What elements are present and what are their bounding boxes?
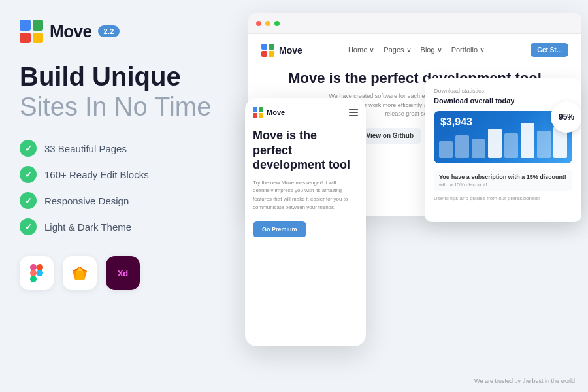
mobile-logo: Move (253, 107, 285, 118)
feature-item-4: Light & Dark Theme (20, 218, 229, 235)
features-list: 33 Beautiful Pages 160+ Ready Edit Block… (20, 140, 229, 235)
feature-item-2: 160+ Ready Edit Blocks (20, 166, 229, 183)
chart-bar-4 (488, 129, 502, 158)
trusted-text: We are trusted by the best in the world (474, 378, 575, 384)
chart-area: $3,943 95% (434, 111, 572, 163)
dot-green (274, 21, 280, 26)
notification-box: You have a subscription with a 15% disco… (434, 170, 572, 191)
svg-rect-1 (37, 264, 43, 270)
check-icon-2 (20, 166, 37, 183)
check-icon-1 (20, 140, 37, 157)
feature-label-1: 33 Beautiful Pages (44, 143, 127, 154)
right-panel: Move Home ∨ Pages ∨ Blog ∨ Portfolio ∨ G… (222, 0, 588, 392)
svg-rect-3 (37, 270, 43, 276)
bottom-stats-label: Useful tips and guides from our professi… (434, 195, 572, 201)
sketch-icon (63, 256, 97, 290)
nav-blog[interactable]: Blog ∨ (421, 46, 442, 54)
nav-pages[interactable]: Pages ∨ (384, 46, 411, 54)
headline: Build Unique Sites In No Time (20, 61, 229, 122)
nav-portfolio[interactable]: Portfolio ∨ (451, 46, 485, 54)
adobe-xd-icon: Xd (106, 256, 140, 290)
feature-item-1: 33 Beautiful Pages (20, 140, 229, 157)
logo-text: Move (50, 22, 91, 42)
mobile-hero-title: Move is the perfect development tool (253, 128, 358, 172)
svg-rect-2 (30, 270, 37, 276)
check-icon-3 (20, 192, 37, 209)
mobile-nav: Move (253, 107, 358, 118)
nav-home[interactable]: Home ∨ (348, 46, 374, 54)
browser-nav: Move Home ∨ Pages ∨ Blog ∨ Portfolio ∨ G… (261, 43, 568, 57)
chart-bar-2 (455, 135, 469, 158)
feature-label-2: 160+ Ready Edit Blocks (44, 169, 149, 180)
widget-label: Download statistics (434, 88, 572, 94)
revenue-amount: $3,943 (440, 116, 472, 128)
dashboard-widget: Download statistics Download overall tod… (425, 78, 581, 222)
mobile-logo-text: Move (267, 108, 285, 116)
logo-icon (20, 20, 43, 43)
widget-title: Download overall today (434, 97, 572, 105)
feature-label-4: Light & Dark Theme (44, 221, 131, 233)
hamburger-menu[interactable] (349, 109, 358, 116)
chart-bar-3 (472, 139, 485, 158)
feature-item-3: Responsive Design (20, 192, 229, 209)
check-icon-4 (20, 218, 37, 235)
mobile-logo-grid (253, 107, 263, 118)
mini-logo-grid (261, 44, 274, 57)
go-premium-button-mobile[interactable]: Go Premium (253, 221, 306, 237)
chart-bar-5 (504, 133, 518, 158)
mobile-mockup: Move Move is the perfect development too… (245, 98, 366, 346)
chart-bar-1 (439, 141, 453, 158)
figma-icon (20, 256, 54, 290)
percent-badge: 95% (551, 101, 581, 133)
dot-yellow (265, 21, 270, 26)
browser-logo: Move (261, 44, 302, 57)
svg-rect-4 (30, 276, 37, 282)
notification-title: You have a subscription with a 15% disco… (439, 174, 567, 180)
browser-nav-links: Home ∨ Pages ∨ Blog ∨ Portfolio ∨ (348, 46, 485, 54)
browser-bar (248, 13, 581, 34)
chart-bar-6 (521, 123, 534, 158)
xd-label: Xd (118, 269, 129, 278)
notification-sub: with a 15% discount! (439, 182, 567, 188)
mobile-hero-sub: Try the new Move messenger! It will defi… (253, 179, 358, 212)
left-panel: Move 2.2 Build Unique Sites In No Time 3… (20, 20, 229, 290)
version-badge: 2.2 (98, 25, 119, 37)
feature-label-3: Responsive Design (44, 195, 129, 206)
browser-cta-button[interactable]: Get St... (531, 43, 568, 57)
headline-bold: Build Unique (20, 61, 229, 91)
logo-area: Move 2.2 (20, 20, 229, 43)
browser-logo-text: Move (279, 45, 302, 56)
headline-light: Sites In No Time (20, 91, 229, 122)
svg-rect-0 (30, 264, 37, 270)
dot-red (256, 21, 261, 26)
github-label: View on Github (366, 132, 414, 139)
tool-icons: Xd (20, 256, 229, 290)
chart-bar-7 (537, 131, 551, 158)
